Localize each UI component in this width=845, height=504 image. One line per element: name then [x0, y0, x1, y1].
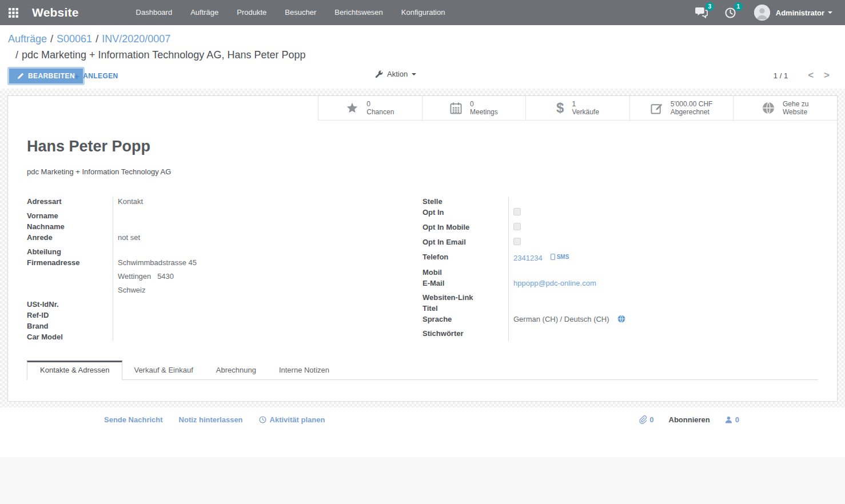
user-name: Administrator	[776, 9, 824, 17]
app-brand[interactable]: Website	[26, 6, 86, 19]
breadcrumb: Aufträge/S00061/INV/2020/0007 /pdc Marke…	[0, 25, 845, 63]
pager-prev-button[interactable]: <	[803, 69, 819, 82]
breadcrumb-line1: Aufträge/S00061/INV/2020/0007	[8, 31, 836, 47]
plus-icon: +	[74, 71, 79, 81]
field-row-opt-in-email: Opt In Email	[422, 237, 818, 248]
nav-item-berichtswesen[interactable]: Berichtswesen	[325, 0, 392, 25]
user-menu[interactable]: Administrator	[754, 5, 832, 21]
messages-menu[interactable]: 3	[693, 4, 711, 21]
field-group-right: StelleOpt InOpt In MobileOpt In EmailTel…	[422, 196, 818, 342]
field-value-opt-in-mobile	[508, 222, 818, 233]
wrench-icon	[375, 70, 383, 78]
chevron-down-icon	[828, 11, 832, 14]
field-label-mobil: Mobil	[422, 267, 508, 278]
messages-badge: 3	[706, 2, 714, 11]
checkbox-opt-in-email[interactable]	[513, 238, 521, 245]
field-label-opt-in-mobile: Opt In Mobile	[422, 222, 508, 233]
field-group-left: AdressartKontaktVornameNachnameAnredenot…	[27, 196, 422, 342]
activities-badge: 1	[734, 2, 743, 11]
field-label-opt-in-email: Opt In Email	[422, 237, 508, 248]
edit-icon	[651, 102, 663, 114]
field-value-ust-idnr	[113, 299, 400, 310]
edit-button[interactable]: BEARBEITEN	[7, 67, 85, 85]
nav-item-aufträge[interactable]: Aufträge	[181, 0, 228, 25]
clock-icon	[259, 416, 266, 423]
schedule-activity-link[interactable]: Aktivität planen	[259, 415, 325, 424]
stat-button-box: 0Chancen0Meetings$1Verkäufe5'000.00 CHFA…	[318, 96, 837, 121]
pager-count[interactable]: 1 / 1	[774, 71, 788, 80]
field-label-brand: Brand	[27, 321, 113, 331]
page-bottom-background	[0, 457, 845, 504]
field-row-abteilung: Abteilung	[27, 246, 400, 257]
language-value[interactable]: German (CH) / Deutsch (CH)	[513, 314, 625, 325]
field-value-opt-in-email	[508, 237, 818, 248]
breadcrumb-link-s00061[interactable]: S00061	[57, 33, 92, 45]
field-row-telefon: Telefon2341234SMS	[422, 251, 818, 263]
stat-label: Verkäufe	[572, 108, 599, 116]
field-value-e-mail: hppopp@pdc-online.com	[508, 278, 818, 289]
field-value-stichwörter	[508, 328, 818, 339]
top-navbar: Website DashboardAufträgeProdukteBesuche…	[0, 0, 845, 25]
field-row-opt-in-mobile: Opt In Mobile	[422, 222, 818, 233]
pager: 1 / 1 < >	[774, 69, 835, 82]
checkbox-opt-in[interactable]	[513, 208, 521, 215]
followers-button[interactable]: 0	[725, 415, 739, 424]
stat-value: 1	[572, 100, 599, 108]
field-value-titel	[508, 303, 818, 314]
stat-button-verkäufe[interactable]: $1Verkäufe	[526, 96, 630, 120]
field-row-stichwörter: Stichwörter	[422, 328, 818, 339]
activities-menu[interactable]: 1	[722, 4, 739, 21]
main-menu: DashboardAufträgeProdukteBesucherBericht…	[127, 0, 455, 25]
systray: 3 1 Administrator	[682, 4, 845, 21]
stat-button-text: 5'000.00 CHFAbgerechnet	[671, 100, 713, 116]
field-row-websiten-link: Websiten-Link	[422, 292, 818, 303]
field-label-websiten-link: Websiten-Link	[422, 292, 508, 303]
breadcrumb-link-inv-2020-0007[interactable]: INV/2020/0007	[102, 33, 170, 45]
pager-next-button[interactable]: >	[819, 69, 835, 82]
breadcrumb-separator: /	[92, 33, 102, 45]
nav-item-produkte[interactable]: Produkte	[228, 0, 276, 25]
stat-button-abgerechnet[interactable]: 5'000.00 CHFAbgerechnet	[630, 96, 734, 120]
stat-button-website[interactable]: Gehe zuWebsite	[734, 96, 837, 120]
attachments-button[interactable]: 0	[639, 415, 653, 424]
create-button[interactable]: + ANLEGEN	[74, 67, 118, 85]
field-row-car-model: Car Model	[27, 331, 400, 342]
tab-verkauf-einkauf[interactable]: Verkauf & Einkauf	[122, 361, 204, 379]
field-row-mobil: Mobil	[422, 267, 818, 278]
tab-abrechnung[interactable]: Abrechnung	[205, 361, 268, 379]
nav-item-dashboard[interactable]: Dashboard	[127, 0, 182, 25]
field-label-sprache: Sprache	[422, 314, 508, 325]
nav-item-besucher[interactable]: Besucher	[276, 0, 325, 25]
globe-icon	[617, 314, 625, 325]
address-line: Schweiz	[118, 285, 400, 295]
send-message-link[interactable]: Sende Nachricht	[104, 415, 163, 424]
tab-interne-notizen[interactable]: Interne Notizen	[268, 361, 341, 379]
sms-button[interactable]: SMS	[551, 251, 569, 262]
tab-kontakte-adressen[interactable]: Kontakte & Adressen	[27, 361, 122, 380]
apps-grid-icon[interactable]	[0, 0, 26, 25]
field-value-brand	[113, 321, 400, 331]
stat-button-meetings[interactable]: 0Meetings	[422, 96, 527, 120]
paperclip-icon	[639, 415, 647, 424]
stat-button-chancen[interactable]: 0Chancen	[318, 96, 422, 120]
record-company: pdc Marketing + Information Technology A…	[27, 167, 818, 176]
field-value-stelle	[508, 196, 818, 207]
phone-link[interactable]: 2341234	[513, 254, 543, 262]
follow-button[interactable]: Abonnieren	[669, 415, 710, 424]
nav-item-konfiguration[interactable]: Konfiguration	[392, 0, 455, 25]
field-value-opt-in	[508, 207, 818, 218]
field-row-brand: Brand	[27, 321, 400, 331]
breadcrumb-link-aufträge[interactable]: Aufträge	[8, 33, 47, 45]
form-sheet: 0Chancen0Meetings$1Verkäufe5'000.00 CHFA…	[7, 95, 838, 402]
checkbox-opt-in-mobile[interactable]	[513, 223, 521, 230]
page: Website DashboardAufträgeProdukteBesuche…	[0, 0, 845, 504]
log-note-link[interactable]: Notiz hinterlassen	[179, 415, 243, 424]
field-label-anrede: Anrede	[27, 232, 113, 243]
stat-button-text: 1Verkäufe	[572, 100, 599, 116]
field-text: not set	[118, 233, 140, 242]
field-row-sprache: SpracheGerman (CH) / Deutsch (CH)	[422, 314, 818, 325]
chatter-followers-area: 0 Abonnieren 0	[639, 415, 739, 424]
action-dropdown[interactable]: Aktion	[375, 70, 416, 78]
link-e-mail[interactable]: hppopp@pdc-online.com	[513, 279, 596, 287]
notebook-tabs: Kontakte & AdressenVerkauf & EinkaufAbre…	[27, 361, 818, 380]
